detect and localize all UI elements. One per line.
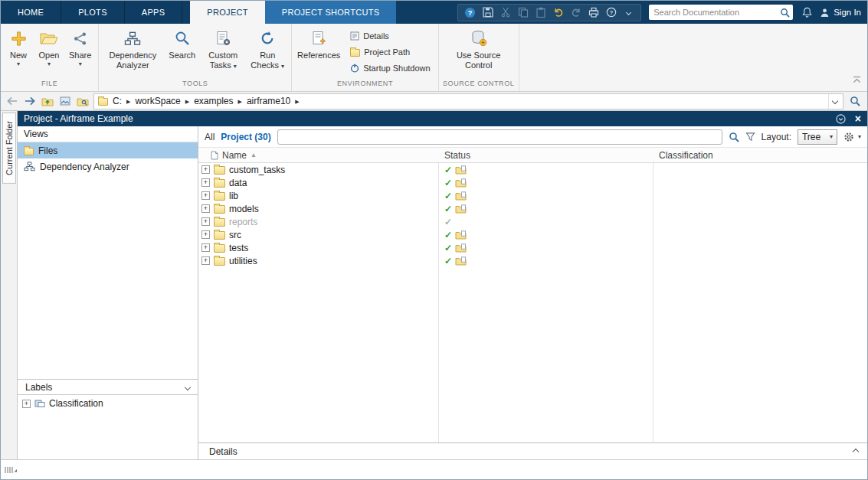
expand-icon[interactable]: + [201, 178, 210, 187]
customize-toolbar-dropdown-icon[interactable] [623, 7, 634, 18]
breadcrumb-arrow-icon[interactable]: ▶ [295, 99, 299, 104]
use-source-control-button[interactable]: Use Source Control [442, 25, 516, 71]
column-header-classification[interactable]: Classification [653, 150, 867, 161]
tab-project[interactable]: PROJECT [190, 1, 264, 24]
sidebar-item-classification[interactable]: + Classification [18, 395, 198, 412]
share-button[interactable]: Share ▾ [65, 25, 95, 68]
expand-icon[interactable]: + [201, 217, 210, 226]
up-one-level-icon[interactable] [41, 94, 54, 108]
doc-search-input[interactable] [649, 8, 780, 17]
table-row[interactable]: +models ✓ [198, 202, 867, 215]
run-checks-button[interactable]: Run Checks▾ [247, 25, 288, 71]
tab-plots[interactable]: PLOTS [61, 1, 125, 24]
undo-icon[interactable] [552, 7, 564, 18]
breadcrumb-segment-examples[interactable]: examples [192, 96, 234, 106]
redo-icon[interactable] [570, 7, 581, 18]
table-row[interactable]: +data ✓ [198, 176, 867, 189]
column-header-status[interactable]: Status [438, 150, 653, 161]
expand-icon[interactable]: + [201, 165, 210, 174]
source-control-group-label: SOURCE CONTROL [442, 80, 516, 91]
dependency-graph-icon [24, 162, 35, 171]
print-icon[interactable] [588, 7, 599, 18]
dropdown-arrow-icon: ▾ [234, 63, 237, 70]
show-in-explorer-icon[interactable] [58, 94, 72, 108]
filter-all[interactable]: All [205, 132, 215, 142]
current-folder-tab[interactable]: Current Folder [2, 113, 16, 184]
tab-project-shortcuts[interactable]: PROJECT SHORTCUTS [265, 1, 397, 24]
check-icon: ✓ [444, 178, 452, 188]
status-header-label: Status [444, 150, 470, 161]
breadcrumb-segment-airframe10[interactable]: airframe10 [245, 96, 292, 106]
file-filter-input[interactable] [277, 129, 722, 145]
dependency-analyzer-button[interactable]: Dependency Analyzer [102, 25, 163, 71]
breadcrumb-segment-drive[interactable]: C: [111, 96, 123, 106]
paste-icon[interactable] [535, 7, 546, 18]
breadcrumb-segment-workspace[interactable]: workSpace [133, 96, 182, 106]
expand-icon[interactable]: + [201, 204, 210, 213]
check-icon: ✓ [444, 191, 452, 201]
table-row[interactable]: +custom_tasks ✓ [198, 163, 867, 176]
support-help-icon[interactable]: ? [605, 7, 617, 18]
sidebar-item-files[interactable]: Files [18, 142, 198, 158]
minimize-ribbon-button[interactable] [853, 73, 861, 87]
dependency-analyzer-label: Dependency Analyzer [109, 51, 156, 70]
startup-shutdown-button[interactable]: Startup Shutdown [347, 60, 433, 75]
breadcrumb-dropdown-icon[interactable] [828, 94, 841, 109]
close-panel-icon[interactable]: × [855, 113, 861, 124]
expand-icon[interactable]: + [22, 400, 31, 408]
column-header-name[interactable]: Name ▲ [198, 150, 438, 161]
panel-menu-icon[interactable] [836, 114, 846, 124]
sign-in-button[interactable]: Sign In [820, 8, 861, 18]
filter-project[interactable]: Project (30) [221, 132, 270, 142]
table-row[interactable]: +lib ✓ [198, 189, 867, 202]
table-row[interactable]: +src ✓ [198, 228, 867, 241]
expand-icon[interactable]: + [201, 191, 210, 200]
folder-icon [98, 98, 108, 106]
gear-icon [843, 132, 854, 142]
chevron-down-icon [185, 384, 191, 390]
browse-for-folder-icon[interactable] [76, 94, 90, 108]
back-icon[interactable] [5, 94, 19, 108]
project-panel-titlebar: Project - Airframe Example × [18, 111, 867, 126]
tab-home[interactable]: HOME [1, 1, 61, 24]
expand-icon[interactable]: + [201, 243, 210, 252]
expand-icon[interactable]: + [201, 230, 210, 239]
copy-icon[interactable] [517, 7, 529, 18]
doc-search-box [649, 5, 793, 20]
custom-tasks-button[interactable]: Custom Tasks▾ [201, 25, 245, 71]
table-row[interactable]: +reports ✓ [198, 215, 867, 228]
tab-apps[interactable]: APPS [125, 1, 183, 24]
save-icon[interactable] [482, 7, 493, 18]
details-label: Details [363, 31, 389, 41]
open-button[interactable]: Open ▾ [34, 25, 64, 68]
details-button[interactable]: Details [347, 28, 433, 43]
references-button[interactable]: References [295, 25, 342, 61]
filter-funnel-icon[interactable] [745, 132, 755, 142]
project-path-button[interactable]: Project Path [347, 44, 433, 59]
layout-select[interactable]: Tree ▾ [798, 129, 837, 145]
table-row[interactable]: +tests ✓ [198, 241, 867, 254]
breadcrumb-arrow-icon[interactable]: ▶ [238, 99, 242, 104]
sidebar-item-dependency-analyzer[interactable]: Dependency Analyzer [18, 158, 198, 175]
breadcrumb-arrow-icon[interactable]: ▶ [185, 99, 189, 104]
search-icon[interactable] [729, 132, 739, 142]
forward-icon[interactable] [23, 94, 37, 108]
search-button[interactable]: Search [165, 25, 199, 61]
tools-group-label: TOOLS [102, 80, 288, 91]
view-options-button[interactable]: ▾ [843, 132, 861, 142]
breadcrumb[interactable]: C: ▶ workSpace ▶ examples ▶ airframe10 ▶ [93, 93, 843, 109]
search-folder-icon[interactable] [847, 96, 863, 106]
new-button[interactable]: New ▾ [4, 25, 33, 68]
help-icon[interactable]: ? [464, 7, 476, 18]
expand-icon[interactable]: + [201, 256, 210, 265]
labels-header[interactable]: Labels [18, 379, 198, 395]
cut-icon[interactable] [500, 7, 511, 18]
statusbar-grip-icon[interactable] [4, 465, 18, 475]
details-bar[interactable]: Details [198, 442, 867, 459]
search-icon[interactable] [780, 8, 790, 18]
notifications-bell-icon[interactable] [802, 7, 812, 18]
matlab-window: HOME PLOTS APPS PROJECT PROJECT SHORTCUT… [0, 0, 868, 480]
breadcrumb-arrow-icon[interactable]: ▶ [126, 99, 130, 104]
ribbon-project-tab: New ▾ Open ▾ Share ▾ F [1, 24, 867, 92]
table-row[interactable]: +utilities ✓ [198, 254, 867, 267]
